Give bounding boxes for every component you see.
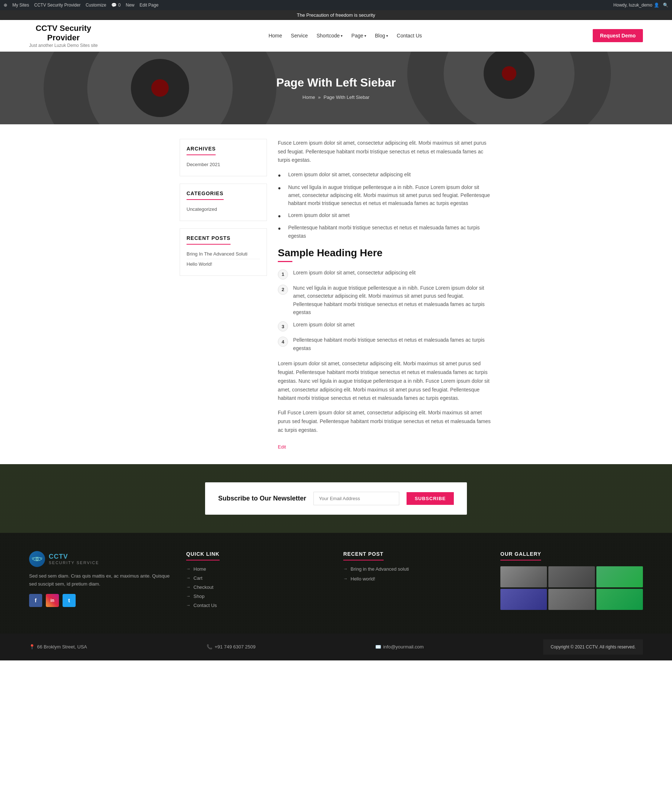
newsletter-email-input[interactable] <box>313 492 399 505</box>
list-item: Pellentesque habitant morbi tristique se… <box>278 223 492 240</box>
footer-recent-post-title: RECENT POST <box>343 551 384 561</box>
breadcrumb-sep: » <box>318 94 320 100</box>
footer-copyright: Copyright © 2021 CCTV. All rights reserv… <box>543 639 643 655</box>
recent-post-link-1[interactable]: Bring In The Advanced Soluti <box>186 251 247 257</box>
admin-search[interactable]: 🔍 <box>663 3 669 8</box>
list-item: Lorem ipsum dolor sit amet, consectetur … <box>278 171 492 179</box>
email-text: info@yourmail.com <box>383 644 424 650</box>
site-footer: CCTV SECURITY SERVICE Sed sed sem diam. … <box>0 533 672 633</box>
search-icon: 🔍 <box>663 3 669 8</box>
instagram-social-button[interactable]: in <box>46 594 59 607</box>
admin-customize[interactable]: Customize <box>85 3 106 8</box>
footer-email: ✉️ info@yourmail.com <box>375 644 424 650</box>
subscribe-button[interactable]: SUBSCRIBE <box>407 492 454 505</box>
hero-banner: Page With Left Siebar Home » Page With L… <box>0 51 672 124</box>
nav-home[interactable]: Home <box>268 33 282 39</box>
footer-link-home[interactable]: Home <box>186 566 329 572</box>
email-icon: ✉️ <box>375 644 381 650</box>
categories-title: CATEGORIES <box>186 191 224 200</box>
footer-top: CCTV SECURITY SERVICE Sed sed sem diam. … <box>29 551 643 612</box>
hero-title: Page With Left Siebar <box>276 76 396 89</box>
num-badge-3: 3 <box>278 321 288 331</box>
gallery-item-2 <box>548 566 595 587</box>
site-name-label: CCTV Security Provider <box>34 3 80 8</box>
my-sites-label: My Sites <box>12 3 29 8</box>
intro-paragraph: Fusce Lorem ipsum dolor sit amet, consec… <box>278 139 492 165</box>
hero-content: Page With Left Siebar Home » Page With L… <box>276 76 396 100</box>
site-nav: Home Service Shortcode Page Blog Contact… <box>268 33 422 39</box>
sidebar: ARCHIVES December 2021 CATEGORIES Uncate… <box>180 139 267 450</box>
admin-my-sites[interactable]: My Sites <box>12 3 29 8</box>
newsletter-box: Subscribe to Our Newsletter SUBSCRIBE <box>205 482 467 515</box>
footer-logo-brand: CCTV <box>49 553 99 561</box>
category-link-uncategorized[interactable]: Uncategorized <box>186 206 217 212</box>
list-item: Shop <box>186 594 329 599</box>
list-item: 4 Pellentesque habitant morbi tristique … <box>278 336 492 352</box>
nav-contact-us[interactable]: Contact Us <box>397 33 422 39</box>
nav-page[interactable]: Page <box>351 33 366 39</box>
logo-title: CCTV Security Provider <box>29 24 98 43</box>
footer-logo: CCTV SECURITY SERVICE <box>29 551 172 567</box>
breadcrumb-home[interactable]: Home <box>303 94 315 100</box>
admin-howdy[interactable]: Howdy, luzuk_demo 👤 <box>614 3 659 8</box>
avatar: 👤 <box>654 3 659 8</box>
num-badge-4: 4 <box>278 336 288 347</box>
bullet-list: Lorem ipsum dolor sit amet, consectetur … <box>278 171 492 240</box>
footer-phone: 📞 +91 749 6307 2509 <box>207 644 255 650</box>
gallery-grid <box>500 566 643 610</box>
admin-comments[interactable]: 💬 0 <box>111 3 121 8</box>
list-item: Checkout <box>186 585 329 590</box>
svg-point-10 <box>36 558 38 560</box>
footer-link-shop[interactable]: Shop <box>186 594 329 599</box>
comments-count: 0 <box>118 3 121 8</box>
numbered-list: 1 Lorem ipsum dolor sit amet, consectetu… <box>278 269 492 352</box>
list-item: Uncategorized <box>186 204 260 214</box>
footer-gallery-col: OUR GALLERY <box>500 551 643 612</box>
recent-posts-widget: RECENT POSTS Bring In The Advanced Solut… <box>180 228 267 276</box>
twitter-social-button[interactable]: t <box>63 594 76 607</box>
gallery-item-5 <box>548 589 595 610</box>
svg-point-4 <box>151 79 169 97</box>
facebook-social-button[interactable]: f <box>29 594 42 607</box>
phone-text: +91 749 6307 2509 <box>215 644 255 650</box>
footer-recent-post-col: RECENT POST Bring in the Advanced soluti… <box>343 551 486 612</box>
main-content-area: ARCHIVES December 2021 CATEGORIES Uncate… <box>173 139 499 450</box>
admin-edit-page[interactable]: Edit Page <box>140 3 159 8</box>
list-item: December 2021 <box>186 160 260 169</box>
notice-bar: The Precaution of freedom is security <box>0 10 672 20</box>
footer-socials: f in t <box>29 594 172 607</box>
wp-icon: ⊕ <box>3 3 7 8</box>
footer-link-contact[interactable]: Contact Us <box>186 603 329 608</box>
admin-wp-logo[interactable]: ⊕ <box>3 3 7 8</box>
footer-link-cart[interactable]: Cart <box>186 575 329 581</box>
request-demo-button[interactable]: Request Demo <box>593 29 643 42</box>
newsletter-title: Subscribe to Our Newsletter <box>218 495 306 502</box>
newsletter-section: Subscribe to Our Newsletter SUBSCRIBE <box>0 464 672 533</box>
admin-new[interactable]: New <box>126 3 135 8</box>
edit-link[interactable]: Edit <box>278 444 286 450</box>
new-label: New <box>126 3 135 8</box>
archives-link-dec2021[interactable]: December 2021 <box>186 162 221 167</box>
list-item: 2 Nunc vel ligula in augue tristique pel… <box>278 284 492 317</box>
nav-service[interactable]: Service <box>291 33 308 39</box>
archives-list: December 2021 <box>186 160 260 169</box>
list-item: Bring In The Advanced Soluti <box>186 249 260 259</box>
recent-posts-list: Bring In The Advanced Soluti Hello World… <box>186 249 260 269</box>
admin-site-name[interactable]: CCTV Security Provider <box>34 3 80 8</box>
nav-blog[interactable]: Blog <box>375 33 388 39</box>
recent-post-link-2[interactable]: Hello World! <box>186 261 212 267</box>
comment-icon: 💬 <box>111 3 117 8</box>
footer-logo-icon <box>29 551 45 567</box>
page-content: Fusce Lorem ipsum dolor sit amet, consec… <box>278 139 492 450</box>
site-logo: CCTV Security Provider Just another Luzu… <box>29 24 98 48</box>
heading-underline <box>278 261 292 262</box>
footer-quick-link-title: QUICK LINK <box>186 551 220 561</box>
list-item: Cart <box>186 575 329 581</box>
edit-page-label: Edit Page <box>140 3 159 8</box>
footer-link-checkout[interactable]: Checkout <box>186 585 329 590</box>
nav-shortcode[interactable]: Shortcode <box>316 33 342 39</box>
footer-logo-text-group: CCTV SECURITY SERVICE <box>49 553 99 565</box>
list-item: Home <box>186 566 329 572</box>
admin-bar: ⊕ My Sites CCTV Security Provider Custom… <box>0 0 672 10</box>
customize-label: Customize <box>85 3 106 8</box>
